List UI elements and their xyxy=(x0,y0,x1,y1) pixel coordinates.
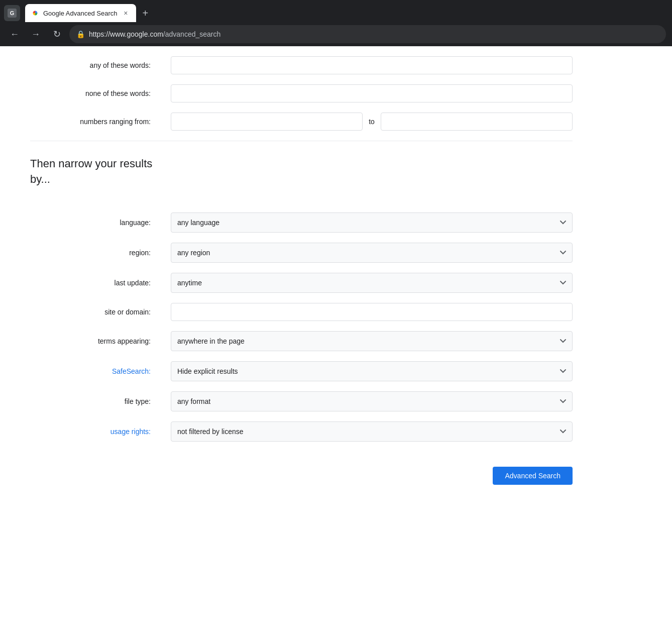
numbers-ranging-from-row: numbers ranging from: to xyxy=(30,113,573,131)
new-tab-button[interactable]: + xyxy=(138,6,152,20)
usage-rights-label: usage rights: xyxy=(30,428,161,436)
reload-button[interactable]: ↻ xyxy=(48,26,65,43)
tab-favicon xyxy=(31,9,39,17)
range-from-input[interactable] xyxy=(171,113,363,131)
forward-button[interactable]: → xyxy=(27,26,44,43)
svg-text:G: G xyxy=(10,10,15,16)
site-or-domain-label: site or domain: xyxy=(30,308,161,316)
usage-rights-row: usage rights: not filtered by license Cr… xyxy=(30,421,573,442)
url-path: /advanced_search xyxy=(163,30,220,38)
advanced-search-button[interactable]: Advanced Search xyxy=(493,467,573,485)
file-type-select[interactable]: any format Adobe Acrobat PDF (.pdf) Adob… xyxy=(171,391,573,411)
none-of-these-words-input[interactable] xyxy=(171,84,573,102)
safesearch-link[interactable]: SafeSearch: xyxy=(112,367,151,375)
language-label: language: xyxy=(30,219,161,227)
region-label: region: xyxy=(30,249,161,257)
safesearch-label: SafeSearch: xyxy=(30,367,161,375)
any-of-these-words-label: any of these words: xyxy=(30,61,161,69)
url-display: https://www.google.com/advanced_search xyxy=(89,30,220,38)
range-to-label: to xyxy=(369,118,375,126)
terms-appearing-select[interactable]: anywhere in the page in the title of the… xyxy=(171,331,573,351)
range-to-input[interactable] xyxy=(381,113,573,131)
tab-bar: G Google Advanced Search × + xyxy=(0,0,672,22)
any-of-these-words-input[interactable] xyxy=(171,56,573,74)
last-update-row: last update: anytime past 24 hours past … xyxy=(30,273,573,293)
page-content: any of these words: none of these words:… xyxy=(0,46,603,515)
back-button[interactable]: ← xyxy=(6,26,23,43)
range-inputs: to xyxy=(171,113,573,131)
site-or-domain-row: site or domain: xyxy=(30,303,573,321)
usage-rights-select[interactable]: not filtered by license Creative Commons… xyxy=(171,421,573,442)
last-update-select[interactable]: anytime past 24 hours past week past mon… xyxy=(171,273,573,293)
section-divider xyxy=(30,141,573,141)
safesearch-row: SafeSearch: Hide explicit results Show e… xyxy=(30,361,573,381)
site-or-domain-input[interactable] xyxy=(171,303,573,321)
language-row: language: any language Arabic Chinese (S… xyxy=(30,213,573,233)
file-type-row: file type: any format Adobe Acrobat PDF … xyxy=(30,391,573,411)
narrow-results-heading: Then narrow your results by... xyxy=(30,156,161,187)
address-bar-row: ← → ↻ 🔒 https://www.google.com/advanced_… xyxy=(0,22,672,46)
safesearch-select[interactable]: Hide explicit results Show explicit resu… xyxy=(171,361,573,381)
none-of-these-words-label: none of these words: xyxy=(30,89,161,97)
browser-app-icon: G xyxy=(4,5,20,21)
region-select[interactable]: any region xyxy=(171,243,573,263)
url-base: https://www.google.com xyxy=(89,30,163,38)
none-of-these-words-row: none of these words: xyxy=(30,84,573,102)
numbers-ranging-from-label: numbers ranging from: xyxy=(30,118,161,126)
browser-chrome: G Google Advanced Search × + ← → ↻ 🔒 xyxy=(0,0,672,46)
active-tab[interactable]: Google Advanced Search × xyxy=(25,4,136,22)
lock-icon: 🔒 xyxy=(76,30,85,38)
terms-appearing-label: terms appearing: xyxy=(30,337,161,345)
address-bar[interactable]: 🔒 https://www.google.com/advanced_search xyxy=(69,25,666,43)
terms-appearing-row: terms appearing: anywhere in the page in… xyxy=(30,331,573,351)
tab-close-button[interactable]: × xyxy=(121,9,130,18)
tab-title: Google Advanced Search xyxy=(43,10,117,17)
usage-rights-link[interactable]: usage rights: xyxy=(110,428,151,436)
button-row: Advanced Search xyxy=(30,457,573,485)
file-type-label: file type: xyxy=(30,397,161,405)
narrow-results-section: Then narrow your results by... xyxy=(30,156,573,202)
language-select[interactable]: any language Arabic Chinese (Simplified)… xyxy=(171,213,573,233)
any-of-these-words-row: any of these words: xyxy=(30,56,573,74)
last-update-label: last update: xyxy=(30,279,161,287)
region-row: region: any region xyxy=(30,243,573,263)
